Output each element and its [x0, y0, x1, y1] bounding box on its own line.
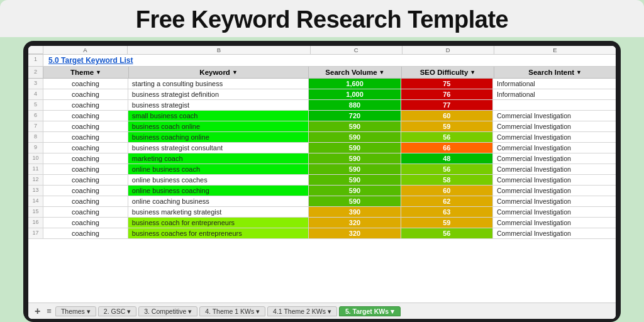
- search-volume-cell: 590: [309, 196, 401, 206]
- seo-difficulty-cell: 66: [401, 143, 493, 153]
- theme-cell: coaching: [43, 89, 128, 99]
- seo-difficulty-cell: 59: [401, 121, 493, 131]
- keyword-cell: online business coaching: [128, 186, 309, 196]
- search-intent-cell: Commercial Investigation: [493, 153, 616, 164]
- header-keyword: Keyword ▼: [129, 67, 309, 78]
- table-row: 8coachingbusiness coaching online59056Co…: [28, 132, 616, 143]
- search-intent-cell: Commercial Investigation: [493, 121, 616, 131]
- search-volume-cell: 320: [309, 218, 401, 228]
- table-row: 17coachingbusiness coaches for entrepren…: [28, 228, 616, 239]
- col-letter-d: D: [402, 46, 494, 54]
- keyword-cell: business marketing strategist: [128, 207, 309, 217]
- search-volume-cell: 390: [309, 207, 401, 217]
- seo-difficulty-cell: 63: [401, 207, 493, 217]
- keyword-cell: marketing coach: [128, 153, 309, 164]
- theme-cell: coaching: [43, 100, 128, 110]
- keyword-cell: online business coach: [128, 164, 309, 174]
- search-intent-cell: Commercial Investigation: [493, 175, 616, 185]
- tab-active[interactable]: 5. Target KWs ▾: [339, 306, 401, 316]
- search-intent-cell: Commercial Investigation: [493, 111, 616, 121]
- col-letter-c: C: [311, 46, 402, 54]
- search-intent-cell: Commercial Investigation: [493, 143, 616, 153]
- tab-normal[interactable]: 3. Competitive ▾: [138, 306, 197, 316]
- search-volume-cell: 590: [309, 153, 401, 164]
- theme-cell: coaching: [43, 207, 128, 217]
- search-intent-cell: Commercial Investigation: [493, 186, 616, 196]
- device-frame: A B C D E 1 5.0 Target Keyword List 2 Th…: [23, 41, 621, 322]
- search-intent-cell: Commercial Investigation: [493, 207, 616, 217]
- seo-difficulty-cell: 62: [401, 196, 493, 206]
- table-row: 13coachingonline business coaching59060C…: [28, 186, 616, 196]
- header-search-volume: Search Volume ▼: [309, 67, 402, 78]
- keyword-cell: small business coach: [128, 111, 309, 121]
- seo-difficulty-cell: 59: [401, 218, 493, 228]
- tab-normal[interactable]: 4. Theme 1 KWs ▾: [199, 306, 265, 316]
- header-search-intent: Search Intent ▼: [494, 67, 616, 78]
- keyword-cell: business coaching online: [128, 132, 309, 142]
- keyword-cell: online business coaches: [128, 175, 309, 185]
- tabs-bar: +≡Themes ▾2. GSC ▾3. Competitive ▾4. The…: [28, 303, 616, 319]
- keyword-cell: business strategist: [128, 100, 309, 110]
- search-volume-cell: 720: [309, 111, 401, 121]
- search-intent-cell: Commercial Investigation: [493, 164, 616, 174]
- theme-cell: coaching: [43, 132, 128, 142]
- keyword-cell: business coach for entrepreneurs: [128, 218, 309, 228]
- table-row: 7coachingbusiness coach online59059Comme…: [28, 121, 616, 132]
- sheet-title-cell: 5.0 Target Keyword List: [43, 55, 616, 66]
- main-title: Free Keyword Research Template: [136, 6, 509, 33]
- page-title-bar: Free Keyword Research Template: [0, 0, 644, 37]
- theme-cell: coaching: [43, 218, 128, 228]
- search-volume-cell: 320: [309, 228, 401, 238]
- theme-cell: coaching: [43, 79, 128, 89]
- keyword-cell: business coach online: [128, 121, 309, 131]
- table-row: 10coachingmarketing coach59048Commercial…: [28, 153, 616, 164]
- table-row: 3coachingstarting a consulting business1…: [28, 79, 616, 89]
- theme-cell: coaching: [43, 121, 128, 131]
- col-letter-b: B: [128, 46, 311, 54]
- table-row: 16coachingbusiness coach for entrepreneu…: [28, 218, 616, 228]
- seo-difficulty-cell: 60: [401, 186, 493, 196]
- tab-add-button[interactable]: +: [32, 306, 43, 317]
- keyword-cell: business coaches for entrepreneurs: [128, 228, 309, 238]
- theme-cell: coaching: [43, 143, 128, 153]
- search-intent-cell: Commercial Investigation: [493, 228, 616, 238]
- seo-difficulty-cell: 56: [401, 228, 493, 238]
- search-intent-cell: Commercial Investigation: [493, 196, 616, 206]
- tab-menu-button[interactable]: ≡: [45, 306, 53, 316]
- search-volume-cell: 1,000: [309, 89, 401, 99]
- table-row: 15coachingbusiness marketing strategist3…: [28, 207, 616, 218]
- theme-cell: coaching: [43, 153, 128, 164]
- tab-normal[interactable]: Themes ▾: [55, 306, 96, 316]
- tab-normal[interactable]: 4.1 Theme 2 KWs ▾: [267, 306, 337, 316]
- seo-difficulty-cell: 76: [401, 89, 493, 99]
- col-letter-e: E: [494, 46, 616, 54]
- seo-difficulty-cell: 56: [401, 164, 493, 174]
- search-intent-cell: Informational: [493, 79, 616, 89]
- tab-normal[interactable]: 2. GSC ▾: [98, 306, 136, 316]
- search-volume-cell: 590: [309, 175, 401, 185]
- theme-cell: coaching: [43, 196, 128, 206]
- search-intent-cell: Commercial Investigation: [493, 218, 616, 228]
- search-intent-cell: Commercial Investigation: [493, 132, 616, 142]
- header-theme: Theme ▼: [43, 67, 129, 78]
- search-intent-cell: [493, 100, 616, 110]
- seo-difficulty-cell: 56: [401, 132, 493, 142]
- table-row: 9coachingbusiness strategist consultant5…: [28, 143, 616, 153]
- table-row: 4coachingbusiness strategist definition1…: [28, 89, 616, 100]
- seo-difficulty-cell: 58: [401, 175, 493, 185]
- seo-difficulty-cell: 48: [401, 153, 493, 164]
- keyword-cell: online coaching business: [128, 196, 309, 206]
- theme-cell: coaching: [43, 164, 128, 174]
- theme-cell: coaching: [43, 111, 128, 121]
- keyword-cell: business strategist consultant: [128, 143, 309, 153]
- theme-cell: coaching: [43, 228, 128, 238]
- search-volume-cell: 880: [309, 100, 401, 110]
- col-letter-a: A: [43, 46, 128, 54]
- search-volume-cell: 590: [309, 132, 401, 142]
- theme-cell: coaching: [43, 175, 128, 185]
- search-volume-cell: 590: [309, 164, 401, 174]
- search-volume-cell: 590: [309, 121, 401, 131]
- seo-difficulty-cell: 60: [401, 111, 493, 121]
- table-row: 6coachingsmall business coach72060Commer…: [28, 111, 616, 121]
- search-volume-cell: 590: [309, 186, 401, 196]
